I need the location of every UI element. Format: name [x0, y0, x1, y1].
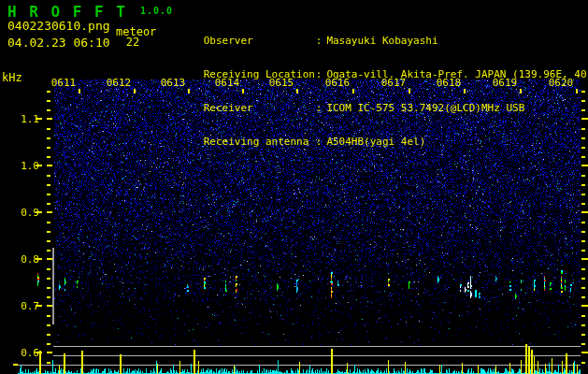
info-row-location: Receiving Location:Ogata-vill. Akita-Pre…	[166, 58, 588, 69]
observation-datetime: 04.02.23 06:10	[7, 36, 110, 50]
y-tick-label-0.8: 0.8	[13, 254, 39, 265]
output-filename: 0402230610.png	[7, 19, 110, 33]
info-label: Observer	[204, 36, 316, 47]
info-separator: :	[316, 68, 323, 80]
info-value: A504HB(yagi 4el)	[326, 136, 425, 148]
y-tick-label-0.6: 0.6	[13, 348, 39, 358]
y-tick-label-0.7: 0.7	[13, 301, 39, 311]
info-value: Masayuki Kobayashi	[326, 35, 437, 47]
info-row-observer: Observer:Masayuki Kobayashi	[166, 24, 588, 36]
x-tick-label-0616: 0616	[325, 78, 351, 88]
x-tick-label-0618: 0618	[437, 78, 462, 88]
info-row-antenna: Receiving antenna:A504HB(yagi 4el)	[166, 125, 588, 137]
info-value: ICOM IC-575 53.7492(@LCD)MHz USB	[326, 102, 524, 114]
x-tick-label-0619: 0619	[493, 78, 518, 88]
y-tick-label-0.9: 0.9	[13, 208, 39, 218]
info-label: Receiving antenna	[204, 137, 316, 148]
y-tick-label-1.0: 1.0	[13, 161, 39, 171]
x-tick-label-0613: 0613	[161, 78, 186, 88]
frequency-unit-label: kHz	[2, 71, 22, 84]
echo-count: 22	[116, 36, 150, 49]
hrofft-output: H R O F F T 1.0.0 0402230610.png meteor …	[0, 0, 588, 374]
info-separator: :	[316, 35, 323, 47]
y-tick-label-1.1: 1.1	[13, 114, 39, 124]
x-tick-label-0620: 0620	[549, 78, 574, 88]
x-tick-label-0614: 0614	[215, 78, 240, 88]
x-tick-label-0611: 0611	[51, 78, 77, 88]
info-separator: :	[316, 136, 323, 148]
x-tick-label-0617: 0617	[381, 78, 407, 88]
info-row-receiver: Receiver:ICOM IC-575 53.7492(@LCD)MHz US…	[166, 92, 588, 103]
x-tick-label-0615: 0615	[269, 78, 294, 88]
x-tick-label-0612: 0612	[107, 78, 132, 88]
info-separator: :	[316, 102, 323, 114]
info-label: Receiver	[204, 103, 316, 114]
